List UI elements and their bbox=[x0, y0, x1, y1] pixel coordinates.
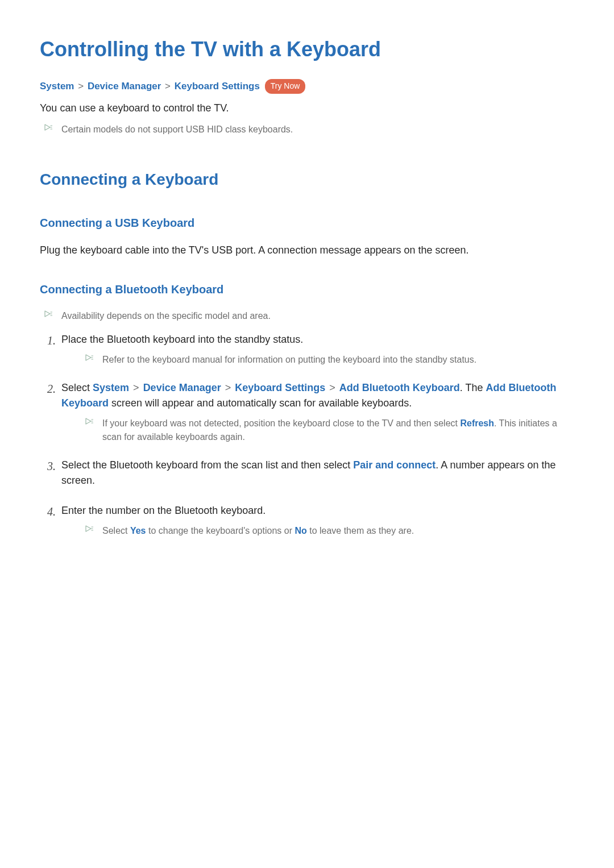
no-label: No bbox=[294, 526, 306, 535]
note-icon bbox=[44, 310, 52, 319]
step-text: Enter the number on the Bluetooth keyboa… bbox=[61, 503, 574, 518]
note-row: Select Yes to change the keyboard's opti… bbox=[85, 524, 574, 538]
refresh-label: Refresh bbox=[460, 418, 494, 428]
step-number: 1. bbox=[40, 332, 56, 349]
section-title: Connecting a Keyboard bbox=[40, 168, 574, 192]
sub-title-bluetooth: Connecting a Bluetooth Keyboard bbox=[40, 281, 574, 298]
pair-and-connect-label: Pair and connect bbox=[353, 459, 435, 471]
step2-mid2: screen will appear and automatically sca… bbox=[109, 397, 412, 409]
step3-before: Select the Bluetooth keyboard from the s… bbox=[61, 459, 353, 471]
note-row: If your keyboard was not detected, posit… bbox=[85, 417, 574, 444]
bc-system: System bbox=[93, 382, 129, 393]
note-icon bbox=[85, 418, 93, 427]
breadcrumb-separator: > bbox=[133, 382, 139, 393]
breadcrumb-separator: > bbox=[329, 382, 335, 393]
breadcrumb-keyboard-settings: Keyboard Settings bbox=[175, 81, 260, 92]
usb-body: Plug the keyboard cable into the TV's US… bbox=[40, 243, 574, 258]
step-note: If your keyboard was not detected, posit… bbox=[102, 417, 574, 444]
note-mid: to change the keyboard's options or bbox=[146, 526, 295, 535]
note-row: Certain models do not support USB HID cl… bbox=[44, 123, 574, 136]
note-after: to leave them as they are. bbox=[307, 526, 414, 535]
intro-text: You can use a keyboard to control the TV… bbox=[40, 101, 574, 116]
step-text: Place the Bluetooth keyboard into the st… bbox=[61, 332, 574, 347]
breadcrumb-device-manager: Device Manager bbox=[88, 81, 161, 92]
note-icon bbox=[85, 354, 93, 363]
step-number: 2. bbox=[40, 380, 56, 397]
list-item: 2. Select System > Device Manager > Keyb… bbox=[40, 380, 574, 448]
step-body: Enter the number on the Bluetooth keyboa… bbox=[61, 503, 574, 542]
step-note: Refer to the keyboard manual for informa… bbox=[102, 353, 574, 367]
list-item: 1. Place the Bluetooth keyboard into the… bbox=[40, 332, 574, 371]
intro-note: Certain models do not support USB HID cl… bbox=[61, 123, 574, 136]
step-number: 4. bbox=[40, 503, 56, 520]
note-availability: Availability depends on the specific mod… bbox=[61, 309, 574, 323]
step-body: Select the Bluetooth keyboard from the s… bbox=[61, 458, 574, 494]
note-before: If your keyboard was not detected, posit… bbox=[102, 418, 460, 428]
try-now-badge: Try Now bbox=[265, 79, 306, 94]
bc-device-manager: Device Manager bbox=[143, 382, 221, 393]
step-text: Select System > Device Manager > Keyboar… bbox=[61, 380, 574, 411]
note-row: Availability depends on the specific mod… bbox=[44, 309, 574, 323]
bc-add-bluetooth: Add Bluetooth Keyboard bbox=[339, 382, 460, 393]
step-number: 3. bbox=[40, 458, 56, 475]
step-text: Select the Bluetooth keyboard from the s… bbox=[61, 458, 574, 488]
breadcrumb-system: System bbox=[40, 81, 74, 92]
page: Controlling the TV with a Keyboard Syste… bbox=[0, 0, 614, 868]
breadcrumb: System > Device Manager > Keyboard Setti… bbox=[40, 79, 574, 94]
list-item: 4. Enter the number on the Bluetooth key… bbox=[40, 503, 574, 542]
step-body: Place the Bluetooth keyboard into the st… bbox=[61, 332, 574, 371]
list-item: 3. Select the Bluetooth keyboard from th… bbox=[40, 458, 574, 494]
step-body: Select System > Device Manager > Keyboar… bbox=[61, 380, 574, 448]
breadcrumb-separator: > bbox=[165, 81, 171, 92]
note-icon bbox=[85, 525, 93, 534]
step2-prefix: Select bbox=[61, 382, 93, 393]
note-row: Refer to the keyboard manual for informa… bbox=[85, 353, 574, 367]
sub-title-usb: Connecting a USB Keyboard bbox=[40, 214, 574, 231]
step2-mid1: . The bbox=[460, 382, 486, 393]
breadcrumb-separator: > bbox=[78, 81, 84, 92]
page-title: Controlling the TV with a Keyboard bbox=[40, 34, 574, 65]
yes-label: Yes bbox=[130, 526, 146, 535]
note-icon bbox=[44, 124, 52, 133]
note-before: Select bbox=[102, 526, 130, 535]
step-note: Select Yes to change the keyboard's opti… bbox=[102, 524, 574, 538]
bc-keyboard-settings: Keyboard Settings bbox=[235, 382, 325, 393]
breadcrumb-separator: > bbox=[225, 382, 231, 393]
